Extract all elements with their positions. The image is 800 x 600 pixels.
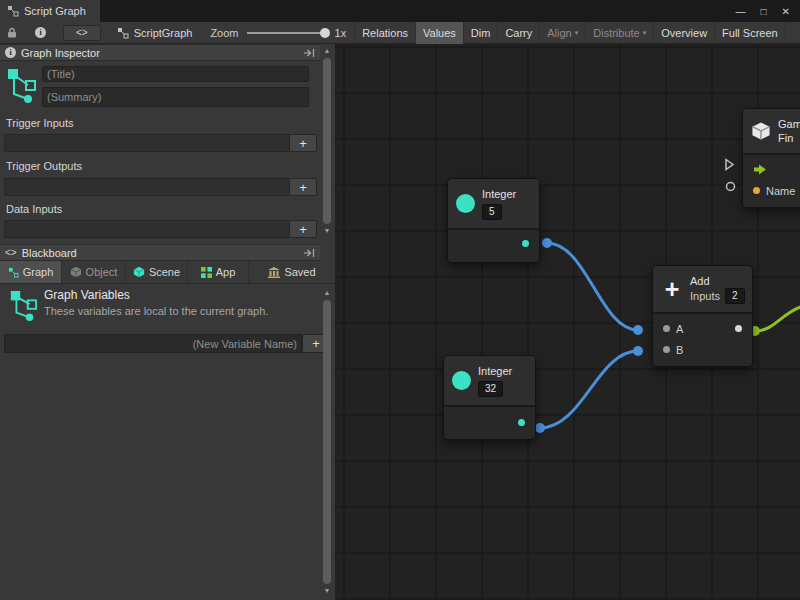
scrollbar-thumb[interactable] <box>323 58 331 224</box>
scroll-up-icon[interactable]: ▲ <box>324 288 331 298</box>
sidebar: i Graph Inspector Trigger Inputs + Trigg… <box>0 44 335 600</box>
script-graph-icon <box>7 5 19 17</box>
dock-icon[interactable] <box>303 48 315 58</box>
node-title-line1: Gam <box>778 117 800 131</box>
tab-graph[interactable]: Graph <box>0 261 62 283</box>
input-port-b[interactable] <box>663 346 670 353</box>
maximize-icon[interactable]: □ <box>761 6 767 17</box>
node-integer-5[interactable]: Integer 5 <box>447 178 540 263</box>
port-row-name: Name <box>743 180 800 201</box>
trigger-outputs-label: Trigger Outputs <box>6 160 82 172</box>
trigger-outputs-list: + <box>4 178 317 196</box>
graph-title-input[interactable] <box>42 66 309 82</box>
connection-endpoint[interactable] <box>633 346 643 356</box>
close-icon[interactable]: ✕ <box>782 6 790 17</box>
dim-button[interactable]: Dim <box>463 22 498 44</box>
tab-app[interactable]: App <box>188 261 249 283</box>
inspect-button[interactable]: i <box>30 22 51 44</box>
graph-variables-icon <box>8 290 38 322</box>
graph-inspector-header[interactable]: i Graph Inspector <box>0 44 320 61</box>
scroll-up-icon[interactable]: ▲ <box>324 46 331 56</box>
blackboard-title: Blackboard <box>22 247 77 259</box>
empty-list[interactable] <box>4 178 289 196</box>
node-header: Integer 5 <box>448 179 539 230</box>
graph-name: ScriptGraph <box>117 27 193 39</box>
add-data-input-button[interactable]: + <box>289 220 317 238</box>
code-preview-button[interactable]: <> <box>63 25 101 41</box>
align-button[interactable]: Align ▾ <box>539 22 585 44</box>
carry-button[interactable]: Carry <box>497 22 539 44</box>
integer-value-field[interactable]: 32 <box>478 381 503 397</box>
connection-endpoint[interactable] <box>535 423 545 433</box>
output-port[interactable] <box>735 325 742 332</box>
node-title-line2: Fin <box>778 131 800 145</box>
dim-label: Dim <box>471 27 491 39</box>
window-tab[interactable]: Script Graph <box>0 0 100 22</box>
scroll-down-icon[interactable]: ▼ <box>324 226 331 236</box>
connection-wire[interactable] <box>755 306 800 331</box>
tab-scene[interactable]: Scene <box>126 261 188 283</box>
tab-saved-label: Saved <box>284 266 315 278</box>
output-port[interactable] <box>518 419 525 426</box>
node-title: Integer <box>482 187 516 201</box>
tab-saved[interactable]: Saved <box>249 261 335 283</box>
zoom-slider-knob[interactable] <box>320 28 330 38</box>
value-input-indicator-icon[interactable] <box>725 181 736 192</box>
add-trigger-output-button[interactable]: + <box>289 178 317 196</box>
node-ports: Name <box>743 155 800 207</box>
empty-list[interactable] <box>4 220 289 238</box>
toolbar: i <> ScriptGraph Zoom 1x Relations Value… <box>0 22 800 44</box>
tab-object[interactable]: Object <box>62 261 126 283</box>
distribute-button[interactable]: Distribute ▾ <box>585 22 653 44</box>
connection-wire[interactable] <box>540 351 638 428</box>
dock-icon[interactable] <box>303 248 315 258</box>
new-variable-input[interactable] <box>4 334 302 353</box>
zoom-slider[interactable] <box>247 28 329 38</box>
titlebar: Script Graph — □ ✕ <box>0 0 800 22</box>
zoom-label: Zoom <box>210 27 238 39</box>
relations-label: Relations <box>362 27 408 39</box>
cube-icon <box>70 266 82 278</box>
invoke-arrow-icon[interactable] <box>753 164 767 175</box>
full-screen-label: Full Screen <box>722 27 778 39</box>
port-row-invoke <box>743 159 800 180</box>
graph-canvas[interactable]: Integer 5 Integer 32 <box>335 44 800 600</box>
input-port-name[interactable] <box>753 187 760 194</box>
output-port[interactable] <box>522 240 529 247</box>
inputs-count-field[interactable]: 2 <box>725 288 745 304</box>
input-port-a[interactable] <box>663 325 670 332</box>
empty-list[interactable] <box>4 134 289 152</box>
overview-button[interactable]: Overview <box>653 22 714 44</box>
exec-input-indicator-icon[interactable] <box>724 158 735 171</box>
port-a-label: A <box>676 323 683 335</box>
game-object-cube-icon <box>751 121 771 141</box>
integer-icon <box>456 194 475 213</box>
blackboard-header[interactable]: <> Blackboard <box>0 244 320 261</box>
connection-wire[interactable] <box>547 243 638 330</box>
blackboard-scrollbar[interactable]: ▲ ▼ <box>321 288 333 596</box>
node-ports <box>444 407 535 439</box>
full-screen-button[interactable]: Full Screen <box>714 22 786 44</box>
connection-endpoint[interactable] <box>633 325 643 335</box>
add-icon: + <box>661 278 683 300</box>
scrollbar-thumb[interactable] <box>323 300 331 584</box>
scroll-down-icon[interactable]: ▼ <box>324 586 331 596</box>
carry-label: Carry <box>505 27 532 39</box>
add-trigger-input-button[interactable]: + <box>289 134 317 152</box>
chevron-down-icon: ▾ <box>575 28 579 37</box>
lock-button[interactable] <box>2 22 22 44</box>
relations-button[interactable]: Relations <box>354 22 415 44</box>
integer-icon <box>452 371 471 390</box>
node-add[interactable]: + Add Inputs 2 A B <box>652 265 753 367</box>
integer-value-field[interactable]: 5 <box>482 204 502 220</box>
node-integer-32[interactable]: Integer 32 <box>443 355 536 440</box>
node-find[interactable]: Gam Fin Name <box>742 108 800 208</box>
code-icon: <> <box>5 247 17 258</box>
graph-summary-input[interactable] <box>42 87 309 107</box>
minimize-icon[interactable]: — <box>736 6 746 17</box>
connection-endpoint[interactable] <box>542 238 552 248</box>
port-b-label: B <box>676 344 683 356</box>
node-ports: A B <box>653 314 752 366</box>
values-button[interactable]: Values <box>415 22 463 44</box>
inspector-scrollbar[interactable]: ▲ ▼ <box>321 46 333 236</box>
